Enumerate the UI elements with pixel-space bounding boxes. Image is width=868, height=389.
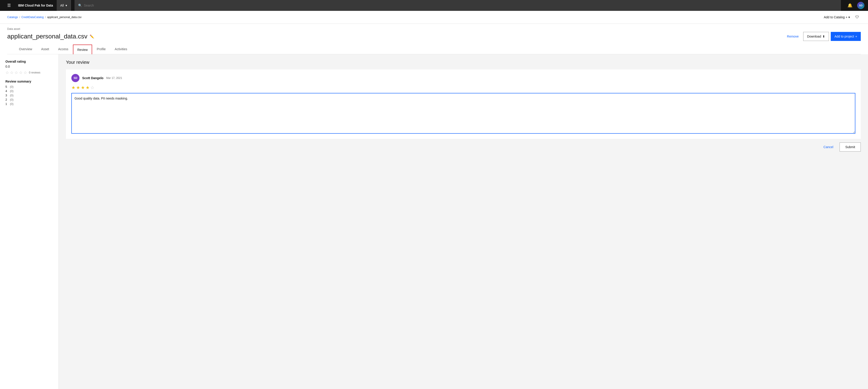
review-star-4: ★ <box>86 85 90 90</box>
page-title: applicant_personal_data.csv <box>7 33 87 40</box>
top-nav: ☰ IBM Cloud Pak for Data All ▾ 🔍 🔔 SD <box>0 0 868 11</box>
search-bar[interactable]: 🔍 <box>74 0 841 11</box>
add-to-project-button[interactable]: Add to project + <box>831 32 861 41</box>
rating-row-1: 1 (0) <box>5 102 53 106</box>
download-button[interactable]: Download ⬇ <box>803 32 829 41</box>
rating-row-2: 2 (0) <box>5 98 53 101</box>
main-content: Overall rating 0.0 ☆ ☆ ☆ ☆ ☆ 0 reviews R… <box>0 54 868 389</box>
review-star-3: ★ <box>81 85 85 90</box>
rating-row-4: 4 (0) <box>5 89 53 93</box>
review-star-1: ★ <box>71 85 75 90</box>
breadcrumb-current: applicant_personal_data.csv <box>47 16 82 19</box>
submit-button[interactable]: Submit <box>840 142 861 151</box>
tab-profile[interactable]: Profile <box>92 45 110 54</box>
review-stars-row: ★ ★ ★ ★ ☆ <box>71 85 855 90</box>
data-asset-label: Data asset <box>7 27 861 30</box>
right-content: Your review SD Scott Dangelo Mar 17, 202… <box>59 54 868 389</box>
notification-bell-icon[interactable]: 🔔 <box>844 0 855 11</box>
edit-icon[interactable]: ✏️ <box>90 34 94 39</box>
breadcrumb-sep-2: / <box>45 16 45 19</box>
star-2: ☆ <box>10 70 13 75</box>
add-to-project-label: Add to project <box>834 35 854 38</box>
dropdown-label: All <box>60 4 64 7</box>
rating-label-3: 3 <box>5 94 8 97</box>
review-summary-title: Review summary <box>5 80 53 83</box>
page-title-left: applicant_personal_data.csv ✏️ <box>7 33 94 40</box>
search-input[interactable] <box>84 4 837 7</box>
download-label: Download <box>807 35 821 38</box>
rating-label-1: 1 <box>5 102 8 106</box>
star-5: ☆ <box>24 70 27 75</box>
star-3: ☆ <box>14 70 18 75</box>
shield-icon[interactable]: 🛡 <box>854 13 861 21</box>
avatar[interactable]: SD <box>857 2 864 9</box>
add-to-catalog-label: Add to Catalog <box>824 16 845 19</box>
brand-logo: IBM Cloud Pak for Data <box>18 4 53 7</box>
your-review-title: Your review <box>66 60 861 65</box>
tab-review[interactable]: Review <box>73 45 92 54</box>
rating-label-5: 5 <box>5 85 8 88</box>
rating-count-3: (0) <box>10 94 13 97</box>
add-to-catalog-button[interactable]: Add to Catalog + ▾ <box>822 14 852 20</box>
top-nav-right: 🔔 SD <box>844 0 864 11</box>
breadcrumb-bar: Catalogs / CreditDataCatalog / applicant… <box>0 11 868 24</box>
rating-count-2: (0) <box>10 98 13 101</box>
brand-name: IBM Cloud Pak for Data <box>18 4 53 7</box>
review-date: Mar 17, 2021 <box>106 77 122 80</box>
review-textarea[interactable]: Good quality data. PII needs masking. <box>71 93 855 134</box>
avatar-initials: SD <box>859 4 862 7</box>
rating-row-5: 5 (0) <box>5 85 53 88</box>
left-sidebar: Overall rating 0.0 ☆ ☆ ☆ ☆ ☆ 0 reviews R… <box>0 54 59 389</box>
review-footer: Cancel Submit <box>66 142 861 151</box>
search-icon: 🔍 <box>78 4 82 7</box>
review-star-2: ★ <box>76 85 80 90</box>
rating-count-4: (0) <box>10 89 13 93</box>
rating-label-2: 2 <box>5 98 8 101</box>
reviewer-info: Scott Dangelo Mar 17, 2021 <box>82 76 122 80</box>
page-actions: Remove Download ⬇ Add to project + <box>784 32 861 41</box>
remove-button[interactable]: Remove <box>784 33 801 40</box>
rating-count-1: (0) <box>10 102 13 106</box>
page-header: Data asset applicant_personal_data.csv ✏… <box>0 24 868 54</box>
overall-stars-row: ☆ ☆ ☆ ☆ ☆ 0 reviews <box>5 70 53 75</box>
reviewer-name: Scott Dangelo <box>82 76 103 80</box>
cancel-button[interactable]: Cancel <box>820 143 837 150</box>
menu-icon[interactable]: ☰ <box>4 0 14 11</box>
rating-score: 0.0 <box>5 65 53 68</box>
chevron-down-icon: ▾ <box>848 16 850 19</box>
tab-access[interactable]: Access <box>54 45 73 54</box>
download-icon: ⬇ <box>823 35 825 38</box>
rating-count-5: (0) <box>10 85 13 88</box>
rating-row-3: 3 (0) <box>5 94 53 97</box>
review-star-5: ☆ <box>90 85 94 90</box>
add-to-project-plus-icon: + <box>855 35 857 38</box>
tab-activities[interactable]: Activities <box>110 45 132 54</box>
chevron-down-icon: ▾ <box>65 4 67 7</box>
plus-icon: + <box>846 16 847 19</box>
rating-label-4: 4 <box>5 89 8 93</box>
star-4: ☆ <box>19 70 23 75</box>
reviewer-row: SD Scott Dangelo Mar 17, 2021 <box>71 74 855 82</box>
search-category-dropdown[interactable]: All ▾ <box>57 0 71 11</box>
review-card: SD Scott Dangelo Mar 17, 2021 ★ ★ ★ ★ ☆ … <box>66 70 861 139</box>
reviews-count: 0 reviews <box>29 71 40 74</box>
overall-rating-title: Overall rating <box>5 60 53 63</box>
tab-overview[interactable]: Overview <box>14 45 37 54</box>
breadcrumb-sep-1: / <box>19 16 20 19</box>
breadcrumb-catalogs[interactable]: Catalogs <box>7 16 18 19</box>
reviewer-avatar: SD <box>71 74 80 82</box>
star-1: ☆ <box>5 70 9 75</box>
breadcrumb-catalog[interactable]: CreditDataCatalog <box>22 16 44 19</box>
breadcrumb: Catalogs / CreditDataCatalog / applicant… <box>7 16 82 19</box>
reviewer-initials: SD <box>73 77 78 80</box>
tab-asset[interactable]: Asset <box>37 45 54 54</box>
tabs-bar: Overview Asset Access Review Profile Act… <box>7 45 861 54</box>
page-title-row: applicant_personal_data.csv ✏️ Remove Do… <box>7 32 861 45</box>
breadcrumb-actions: Add to Catalog + ▾ 🛡 <box>822 13 861 21</box>
